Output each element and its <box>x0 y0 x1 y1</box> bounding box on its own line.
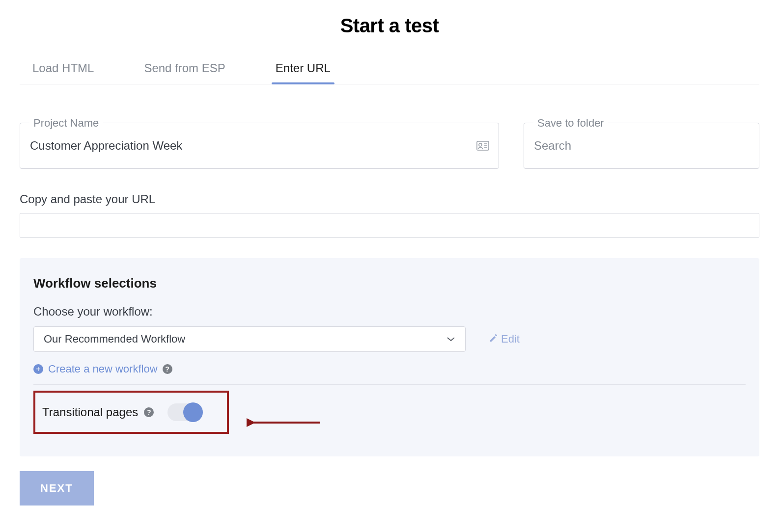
workflow-selected-value: Our Recommended Workflow <box>44 333 185 346</box>
transitional-pages-toggle[interactable] <box>167 403 203 421</box>
edit-workflow-link[interactable]: Edit <box>489 333 520 346</box>
pencil-icon <box>489 333 498 346</box>
transitional-pages-callout: Transitional pages ? <box>33 391 229 434</box>
workflow-panel-title: Workflow selections <box>33 276 746 291</box>
url-input[interactable] <box>20 213 759 238</box>
workflow-select[interactable]: Our Recommended Workflow <box>33 326 466 352</box>
next-button[interactable]: NEXT <box>20 471 94 505</box>
save-to-folder-label: Save to folder <box>533 117 608 130</box>
create-workflow-link[interactable]: + Create a new workflow ? <box>33 363 746 375</box>
callout-arrow-icon <box>247 415 325 430</box>
address-card-icon <box>476 141 489 151</box>
page-title: Start a test <box>20 15 759 37</box>
chevron-down-icon <box>446 336 455 342</box>
tab-enter-url[interactable]: Enter URL <box>273 61 334 84</box>
divider <box>33 384 746 385</box>
edit-label: Edit <box>501 333 520 346</box>
help-icon[interactable]: ? <box>144 407 154 417</box>
plus-circle-icon: + <box>33 364 43 374</box>
transitional-pages-label: Transitional pages <box>42 405 138 419</box>
tab-send-from-esp[interactable]: Send from ESP <box>141 61 228 84</box>
create-workflow-label: Create a new workflow <box>48 363 158 375</box>
tab-load-html[interactable]: Load HTML <box>29 61 97 84</box>
svg-point-1 <box>479 143 482 146</box>
project-name-input[interactable] <box>20 123 499 169</box>
save-to-folder-input[interactable] <box>524 123 759 169</box>
help-icon[interactable]: ? <box>163 364 172 374</box>
url-label: Copy and paste your URL <box>20 192 759 206</box>
toggle-knob <box>183 402 203 422</box>
project-name-label: Project Name <box>29 117 103 130</box>
project-name-field: Project Name <box>20 123 499 169</box>
save-to-folder-field: Save to folder <box>524 123 759 169</box>
source-tabs: Load HTML Send from ESP Enter URL <box>20 61 759 84</box>
choose-workflow-label: Choose your workflow: <box>33 305 746 319</box>
workflow-panel: Workflow selections Choose your workflow… <box>20 258 759 456</box>
